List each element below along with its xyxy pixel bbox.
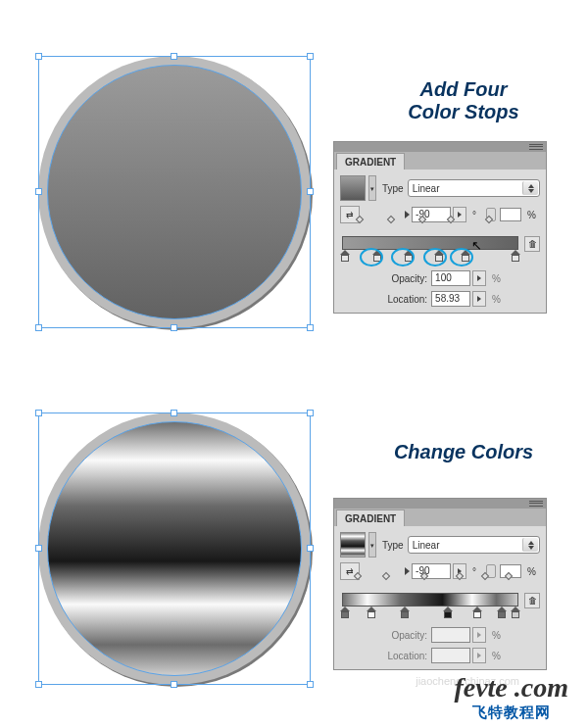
resize-handle[interactable] <box>35 410 42 416</box>
highlight-circle <box>423 248 447 267</box>
panel-menu-icon[interactable] <box>526 142 546 152</box>
percent-label: % <box>527 210 536 220</box>
delete-stop-button[interactable]: 🗑 <box>524 236 540 252</box>
color-stop[interactable] <box>367 607 376 618</box>
resize-handle[interactable] <box>35 545 42 552</box>
resize-handle[interactable] <box>307 410 314 416</box>
panel-minibar <box>334 142 546 152</box>
gradient-stops-track[interactable] <box>342 607 518 622</box>
tab-gradient[interactable]: GRADIENT <box>336 153 405 170</box>
degree-label: ° <box>472 210 476 220</box>
resize-handle[interactable] <box>35 681 42 688</box>
resize-handle[interactable] <box>35 53 42 60</box>
color-stop[interactable] <box>511 250 520 262</box>
gradient-panel: GRADIENT ▾ Type Linear ⇄ -90 ° % <box>333 498 547 670</box>
resize-handle[interactable] <box>307 324 314 331</box>
percent-label: % <box>492 273 501 284</box>
type-value: Linear <box>413 540 440 551</box>
resize-handle[interactable] <box>35 188 42 195</box>
watermark: fevte .com 飞特教程网 <box>454 672 568 722</box>
panel-menu-icon[interactable] <box>526 499 546 509</box>
highlight-circle <box>450 248 473 267</box>
degree-label: ° <box>472 566 476 577</box>
color-stop[interactable] <box>472 607 482 618</box>
tab-gradient[interactable]: GRADIENT <box>336 510 405 526</box>
panel-minibar <box>334 499 546 509</box>
type-select[interactable]: Linear <box>408 536 540 554</box>
resize-handle[interactable] <box>307 545 314 552</box>
type-select[interactable]: Linear <box>408 179 540 197</box>
resize-handle[interactable] <box>171 681 177 688</box>
percent-label: % <box>492 651 501 661</box>
resize-handle[interactable] <box>171 410 177 416</box>
color-stop[interactable] <box>497 607 507 618</box>
angle-icon <box>405 211 410 218</box>
label-opacity: Opacity: <box>391 630 427 641</box>
type-value: Linear <box>413 183 440 194</box>
highlight-circle <box>391 248 415 267</box>
resize-handle[interactable] <box>307 681 314 688</box>
angle-input[interactable]: -90 <box>412 207 451 222</box>
heading-change-colors: Change Colors <box>380 441 547 463</box>
angle-input[interactable]: -90 <box>412 563 451 579</box>
resize-handle[interactable] <box>171 53 177 60</box>
gradient-swatch[interactable] <box>340 175 366 201</box>
watermark-line2: 飞特教程网 <box>454 704 568 722</box>
label-type: Type <box>382 540 404 551</box>
opacity-stepper[interactable] <box>472 270 486 286</box>
color-stop[interactable] <box>511 607 520 618</box>
swatch-menu-arrow[interactable]: ▾ <box>368 532 376 558</box>
label-location: Location: <box>388 294 428 305</box>
color-stop[interactable] <box>443 607 453 618</box>
gradient-ramp[interactable] <box>342 593 518 607</box>
panel-tabbar: GRADIENT <box>334 152 546 170</box>
resize-handle[interactable] <box>307 53 314 60</box>
label-location: Location: <box>388 651 428 661</box>
delete-stop-button[interactable]: 🗑 <box>524 593 540 608</box>
percent-label: % <box>492 630 501 641</box>
location-input[interactable] <box>431 648 470 663</box>
color-stop[interactable] <box>400 607 410 618</box>
panel-tabbar: GRADIENT <box>334 509 546 526</box>
location-stepper[interactable] <box>472 291 486 307</box>
label-type: Type <box>382 183 404 194</box>
gradient-panel: GRADIENT ▾ Type Linear ⇄ -90 ° % <box>333 141 547 314</box>
angle-icon <box>405 567 410 575</box>
gradient-swatch[interactable] <box>340 532 366 558</box>
color-stop[interactable] <box>340 250 350 262</box>
opacity-stepper[interactable] <box>472 627 486 643</box>
percent-label: % <box>527 566 536 577</box>
selection-box[interactable] <box>38 413 311 685</box>
watermark-line1: fevte .com <box>454 672 568 704</box>
highlight-circle <box>360 248 383 267</box>
location-input[interactable]: 58.93 <box>431 291 470 307</box>
opacity-input[interactable]: 100 <box>431 270 470 286</box>
location-stepper[interactable] <box>472 648 486 663</box>
swatch-menu-arrow[interactable]: ▾ <box>368 175 376 201</box>
resize-handle[interactable] <box>171 324 177 331</box>
heading-add-stops: Add FourColor Stops <box>380 78 547 123</box>
label-opacity: Opacity: <box>391 273 427 284</box>
selection-box[interactable] <box>38 56 311 328</box>
resize-handle[interactable] <box>307 188 314 195</box>
gradient-stops-track[interactable] <box>342 250 518 266</box>
angle-stepper[interactable] <box>453 207 466 222</box>
percent-label: % <box>492 294 501 305</box>
aspect-input[interactable] <box>500 208 521 221</box>
resize-handle[interactable] <box>35 324 42 331</box>
color-stop[interactable] <box>340 607 350 618</box>
opacity-input[interactable] <box>431 627 470 643</box>
